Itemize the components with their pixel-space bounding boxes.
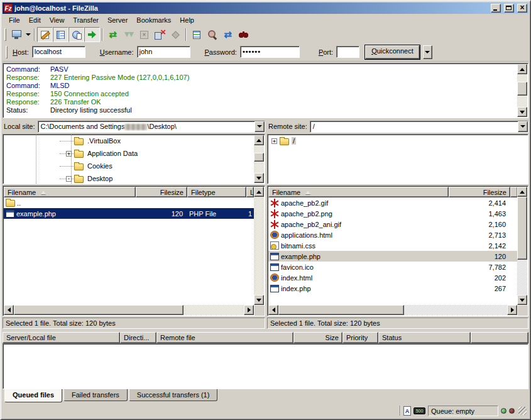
- scrollbar-thumb[interactable]: [14, 305, 183, 315]
- scroll-down-button[interactable]: [254, 173, 264, 183]
- password-label: Password:: [205, 48, 237, 56]
- tree-item-cookies[interactable]: Cookies: [3, 160, 265, 172]
- close-button[interactable]: [517, 4, 527, 13]
- toggle-remote-tree-button[interactable]: [68, 27, 84, 42]
- reconnect-button[interactable]: [168, 27, 183, 42]
- tab-successful-transfers[interactable]: Successful transfers (1): [129, 389, 218, 401]
- menu-item-edit[interactable]: Edit: [25, 15, 45, 25]
- file-row[interactable]: apache_pb2.gif 2,414: [268, 197, 517, 208]
- log-scrollbar[interactable]: [517, 64, 527, 117]
- column-header-last-modified[interactable]: L: [246, 187, 254, 197]
- menu-item-server[interactable]: Server: [103, 15, 132, 25]
- scroll-up-button[interactable]: [517, 187, 527, 197]
- menu-item-file[interactable]: File: [4, 15, 25, 25]
- scroll-down-button[interactable]: [517, 295, 527, 305]
- menu-item-transfer[interactable]: Transfer: [68, 15, 103, 25]
- directory-listing-filters-button[interactable]: [189, 27, 204, 42]
- local-tree-scrollbar[interactable]: [254, 135, 264, 183]
- site-manager-button[interactable]: [8, 27, 24, 42]
- expand-icon[interactable]: +: [271, 138, 277, 144]
- tree-item-application-data[interactable]: + Application Data: [3, 147, 265, 160]
- local-list-hscrollbar[interactable]: [4, 305, 254, 315]
- arrow-left-icon: [270, 307, 275, 312]
- column-header-status[interactable]: Status: [378, 332, 471, 343]
- toggle-local-tree-button[interactable]: [53, 27, 68, 42]
- quickconnect-grip[interactable]: [6, 46, 8, 58]
- file-row[interactable]: index.php 267: [268, 283, 517, 294]
- title-bar[interactable]: Fz john@localhost - FileZilla: [3, 3, 528, 14]
- disconnect-button[interactable]: [152, 27, 168, 42]
- scrollbar-thumb[interactable]: [254, 153, 264, 162]
- resize-grip[interactable]: [518, 407, 527, 415]
- synchronized-browsing-button[interactable]: ⇄: [220, 27, 236, 42]
- file-row[interactable]: apache_pb2_ani.gif 2,160: [268, 219, 517, 229]
- process-queue-button[interactable]: [121, 27, 136, 42]
- toggle-transfer-queue-button[interactable]: [84, 27, 100, 42]
- remote-path-combobox[interactable]: /: [310, 121, 528, 133]
- password-input[interactable]: ••••••: [240, 46, 300, 58]
- file-row-example-php[interactable]: example.php 120 PHP File 1: [4, 208, 254, 219]
- combo-dropdown-button[interactable]: [255, 121, 265, 132]
- remote-list-vscrollbar[interactable]: [517, 187, 527, 305]
- minimize-button[interactable]: [491, 4, 501, 13]
- username-input[interactable]: john: [137, 46, 190, 58]
- menu-item-bookmarks[interactable]: Bookmarks: [132, 15, 175, 25]
- column-header-filename[interactable]: Filename: [4, 187, 136, 197]
- refresh-button[interactable]: ⇄: [105, 27, 121, 42]
- column-header-remote-file[interactable]: Remote file: [156, 332, 293, 343]
- file-row[interactable]: bitnami.css 2,142: [268, 240, 517, 251]
- tab-queued-files[interactable]: Queued files: [4, 389, 62, 402]
- column-header-filetype[interactable]: Filetype: [187, 187, 246, 197]
- find-files-button[interactable]: [236, 27, 251, 42]
- local-list-vscrollbar[interactable]: [254, 187, 264, 305]
- tab-failed-transfers[interactable]: Failed transfers: [63, 389, 128, 401]
- file-row[interactable]: apache_pb2.png 1,463: [268, 208, 517, 219]
- column-header-size[interactable]: Size: [293, 332, 342, 343]
- tree-item-virtualbox[interactable]: .VirtualBox: [3, 135, 265, 147]
- maximize-button[interactable]: [504, 4, 514, 13]
- column-header-direction[interactable]: Directi...: [120, 332, 156, 343]
- cancel-operation-button[interactable]: ×: [136, 27, 152, 42]
- file-row[interactable]: favicon.ico 7,782: [268, 262, 517, 272]
- scroll-left-button[interactable]: [268, 305, 278, 315]
- file-row-parent-dir[interactable]: ..: [4, 197, 254, 208]
- quickconnect-button[interactable]: Quickconnect: [365, 45, 420, 59]
- file-row[interactable]: index.html 202: [268, 272, 517, 283]
- scrollbar-thumb[interactable]: [517, 197, 527, 260]
- scroll-down-button[interactable]: [517, 107, 527, 117]
- file-row-example-php[interactable]: example.php 120: [268, 251, 517, 262]
- expand-icon[interactable]: +: [66, 151, 72, 157]
- port-input[interactable]: [336, 46, 359, 58]
- column-header-filesize[interactable]: Filesize: [449, 187, 510, 197]
- collapse-icon[interactable]: -: [66, 176, 72, 182]
- scroll-up-button[interactable]: [254, 135, 264, 145]
- column-header-filename[interactable]: Filename: [268, 187, 449, 197]
- site-manager-dropdown-button[interactable]: [24, 27, 32, 42]
- toolbar-grip[interactable]: [4, 28, 6, 41]
- menu-item-help[interactable]: Help: [175, 15, 199, 25]
- column-header-filesize[interactable]: Filesize: [136, 187, 187, 197]
- ascii-transfer-type-icon[interactable]: [403, 406, 411, 416]
- speed-limit-icon[interactable]: [413, 407, 425, 414]
- remote-list-hscrollbar[interactable]: [268, 305, 517, 315]
- column-header-priority[interactable]: Priority: [342, 332, 378, 343]
- scroll-right-button[interactable]: [507, 305, 517, 315]
- tree-item-root[interactable]: + /: [268, 135, 528, 147]
- scroll-down-button[interactable]: [254, 295, 264, 305]
- scrollbar-thumb[interactable]: [278, 305, 404, 315]
- combo-dropdown-button[interactable]: [518, 121, 528, 132]
- scroll-up-button[interactable]: [517, 64, 527, 74]
- scroll-left-button[interactable]: [4, 305, 14, 315]
- scroll-up-button[interactable]: [254, 187, 264, 197]
- toggle-message-log-button[interactable]: [37, 27, 53, 42]
- tree-item-desktop[interactable]: - Desktop: [3, 172, 265, 184]
- local-path-combobox[interactable]: C:\Documents and Settings\Desktop\: [38, 121, 265, 133]
- column-header-server-local-file[interactable]: Server/Local file: [3, 332, 120, 343]
- host-input[interactable]: localhost: [32, 46, 85, 58]
- quickconnect-dropdown-button[interactable]: [423, 45, 432, 59]
- file-row[interactable]: applications.html 2,713: [268, 229, 517, 240]
- scroll-right-button[interactable]: [244, 305, 254, 315]
- scrollbar-thumb[interactable]: [517, 82, 527, 96]
- directory-comparison-button[interactable]: [204, 27, 220, 42]
- menu-item-view[interactable]: View: [45, 15, 69, 25]
